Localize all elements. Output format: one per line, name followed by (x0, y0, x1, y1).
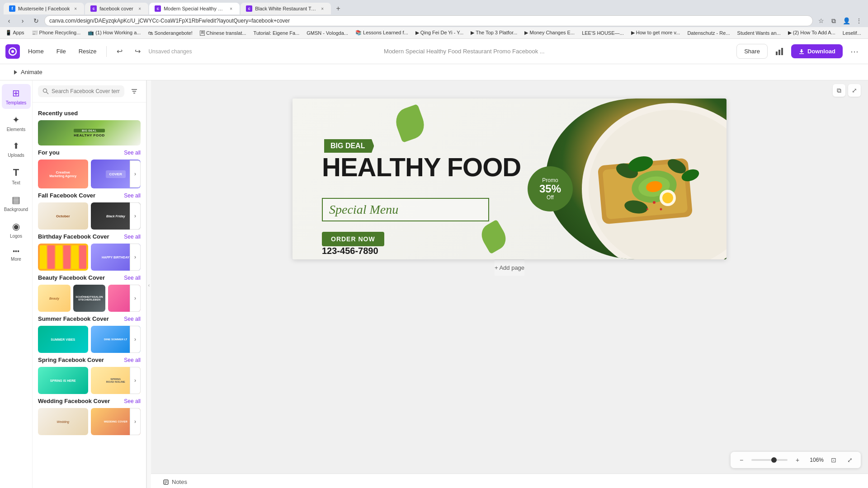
see-all-for-you[interactable]: See all (124, 150, 141, 156)
section-title-birthday: Birthday Facebook Cover (38, 233, 109, 240)
tab-close-2[interactable]: × (137, 5, 143, 12)
zoom-slider[interactable] (751, 459, 788, 461)
bookmark-8[interactable]: ▶ Qing Fei De Yi - Y... (414, 29, 466, 37)
bookmark-1[interactable]: 📰 Phone Recycling... (30, 29, 83, 37)
recently-used-thumb[interactable]: BIG DEAL HEALTHY FOOD (38, 120, 141, 145)
copy-page-btn[interactable]: ⧉ (833, 84, 845, 97)
bookmark-14[interactable]: Student Wants an... (736, 29, 783, 37)
bookmark-13[interactable]: Datenschutz - Re... (685, 29, 731, 37)
template-item-fall1[interactable]: October (38, 202, 88, 230)
animate-button[interactable]: Animate (7, 67, 47, 77)
order-now-btn[interactable]: ORDER NOW (322, 232, 384, 246)
bookmark-15[interactable]: ▶ (2) How To Add A... (786, 29, 837, 37)
see-all-spring[interactable]: See all (124, 357, 141, 363)
bookmark-5[interactable]: Tutorial: Eigene Fa... (252, 29, 302, 37)
section-arrow-spring[interactable]: › (130, 367, 141, 394)
bookmark-11[interactable]: LEE'S HOUSE—... (580, 29, 626, 37)
bookmark-4[interactable]: 🈷 Chinese translat... (198, 29, 248, 37)
template-item-wedding1[interactable]: Wedding (38, 408, 88, 435)
bookmark-16[interactable]: Leselif... (841, 29, 863, 37)
sidebar-item-templates[interactable]: ⊞ Templates (2, 84, 31, 109)
undo-btn[interactable]: ↩ (112, 44, 127, 59)
template-item-bday1[interactable] (38, 244, 88, 271)
file-nav-btn[interactable]: File (52, 45, 71, 57)
section-arrow-fall[interactable]: › (130, 202, 141, 230)
browser-tab-1[interactable]: f Musterseite | Facebook × (4, 3, 84, 14)
sidebar-item-more[interactable]: ••• More (2, 244, 31, 265)
section-arrow-beauty[interactable]: › (130, 285, 141, 312)
see-all-summer[interactable]: See all (124, 316, 141, 322)
bookmark-9[interactable]: ▶ The Top 3 Platfor... (469, 29, 519, 37)
template-item-beauty2[interactable]: SCHÖNHEITSSALONSTECHERLEBEN (73, 285, 106, 312)
extensions-btn[interactable]: ⧉ (828, 15, 839, 26)
resize-nav-btn[interactable]: Resize (74, 45, 101, 57)
home-nav-btn[interactable]: Home (24, 45, 48, 57)
template-item-beauty1[interactable]: Beauty (38, 285, 71, 312)
fullscreen-btn[interactable]: ⤢ (844, 454, 856, 466)
svg-rect-2 (776, 52, 778, 55)
tab-close-3[interactable]: × (228, 5, 234, 12)
bookmark-7[interactable]: 📚 Lessons Learned f... (354, 29, 410, 37)
design-content: Promo 35% Off BIG DEAL HEALTHY FOOD (292, 99, 726, 259)
browser-tab-2[interactable]: c facebook cover × (85, 3, 148, 14)
notes-bar: Notes (151, 474, 868, 488)
see-all-fall[interactable]: See all (124, 192, 141, 199)
bookmark-10[interactable]: ▶ Money Changes E... (523, 29, 576, 37)
more-options-btn[interactable]: ⋯ (846, 43, 863, 60)
healthy-food-text[interactable]: HEALTHY FOOD (322, 153, 521, 182)
section-arrow-for-you[interactable]: › (130, 160, 141, 188)
sidebar-item-background[interactable]: ▤ Background (2, 191, 31, 216)
templates-panel: Recently used BIG DEAL HEALTHY FOOD (33, 80, 146, 488)
search-input[interactable] (52, 88, 120, 94)
fit-to-screen-btn[interactable]: ⊡ (827, 454, 840, 466)
profile-btn[interactable]: 👤 (841, 15, 852, 26)
notes-button[interactable]: Notes (158, 477, 192, 487)
redo-btn[interactable]: ↪ (130, 44, 145, 59)
forward-button[interactable]: › (17, 15, 28, 26)
zoom-out-btn[interactable]: − (735, 454, 748, 466)
phone-number[interactable]: 123-456-7890 (322, 246, 378, 256)
see-all-birthday[interactable]: See all (124, 234, 141, 240)
canvas-scroll: ⧉ ⤢ (151, 80, 868, 474)
tab-close-1[interactable]: × (72, 5, 79, 12)
section-header-wedding: Wedding Facebook Cover See all (38, 398, 141, 404)
sidebar-item-uploads[interactable]: ⬆ Uploads (2, 137, 31, 161)
panel-collapse-btn[interactable]: ‹ (146, 80, 151, 488)
see-all-wedding[interactable]: See all (124, 398, 141, 404)
special-menu-box[interactable]: Special Menu (322, 198, 489, 221)
bookmark-star[interactable]: ☆ (816, 15, 826, 26)
canva-logo[interactable] (5, 44, 20, 59)
bookmark-3[interactable]: 🛍 Sonderangebote! (146, 29, 194, 37)
sidebar-item-logos[interactable]: ◉ Logos (2, 217, 31, 242)
bookmark-apps[interactable]: 📱 Apps (4, 29, 26, 37)
template-item-fy1[interactable]: CreativeMarketing Agency (38, 160, 88, 188)
new-tab-button[interactable]: + (332, 3, 344, 14)
stats-button[interactable] (771, 43, 788, 60)
add-page-bar[interactable]: + Add page (495, 259, 524, 276)
menu-btn[interactable]: ⋮ (854, 15, 864, 26)
zoom-in-btn[interactable]: + (791, 454, 804, 466)
reload-button[interactable]: ↻ (31, 15, 42, 26)
back-button[interactable]: ‹ (4, 15, 14, 26)
bookmark-2[interactable]: 📺 (1) How Working a... (86, 29, 142, 37)
section-arrow-summer[interactable]: › (130, 326, 141, 353)
expand-page-btn[interactable]: ⤢ (848, 84, 861, 97)
filter-button[interactable] (128, 85, 141, 98)
section-arrow-birthday[interactable]: › (130, 244, 141, 271)
template-item-spring1[interactable]: SPRING IS HERE (38, 367, 88, 394)
address-bar[interactable]: canva.com/design/DAEyzqkApKc/U_jCWYCc-Co… (44, 15, 813, 26)
see-all-beauty[interactable]: See all (124, 275, 141, 281)
browser-tab-4[interactable]: c Black White Restaurant Typo... × (241, 3, 331, 14)
sidebar-item-text[interactable]: T Text (2, 163, 31, 189)
browser-tab-3[interactable]: c Modern Special Healthy Food... × (149, 3, 240, 14)
share-button[interactable]: Share (736, 44, 768, 59)
big-deal-tag[interactable]: BIG DEAL (324, 139, 374, 153)
tab-close-4[interactable]: × (319, 5, 326, 12)
bookmark-12[interactable]: ▶ How to get more v... (629, 29, 682, 37)
download-button[interactable]: Download (791, 44, 843, 58)
promo-badge[interactable]: Promo 35% Off (528, 166, 573, 211)
section-arrow-wedding[interactable]: › (130, 408, 141, 435)
sidebar-item-elements[interactable]: ✦ Elements (2, 111, 31, 136)
template-item-summer1[interactable]: SUMMER VIBES (38, 326, 88, 353)
bookmark-6[interactable]: GMSN - Vologda... (305, 29, 350, 37)
